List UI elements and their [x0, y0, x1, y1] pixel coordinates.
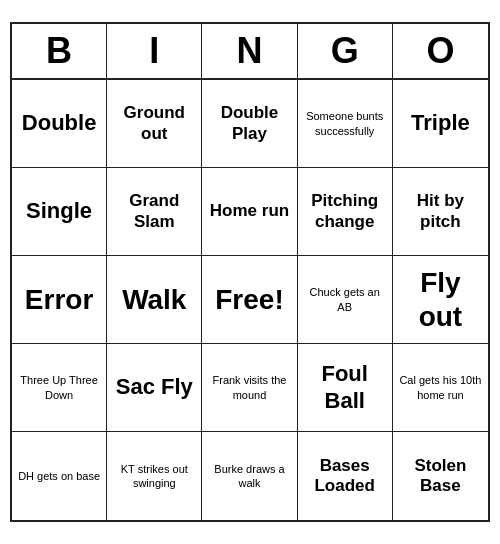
cell-label: Foul Ball — [302, 361, 388, 414]
bingo-cell[interactable]: Grand Slam — [107, 168, 202, 256]
bingo-cell[interactable]: Three Up Three Down — [12, 344, 107, 432]
cell-label: Single — [26, 198, 92, 224]
header-letter: I — [107, 24, 202, 78]
cell-label: Three Up Three Down — [16, 373, 102, 402]
cell-label: Walk — [122, 283, 186, 317]
bingo-cell[interactable]: Someone bunts successfully — [298, 80, 393, 168]
bingo-grid: DoubleGround outDouble PlaySomeone bunts… — [12, 80, 488, 520]
bingo-cell[interactable]: Free! — [202, 256, 297, 344]
cell-label: Double — [22, 110, 97, 136]
bingo-cell[interactable]: Pitching change — [298, 168, 393, 256]
cell-label: Ground out — [111, 103, 197, 144]
cell-label: Frank visits the mound — [206, 373, 292, 402]
bingo-cell[interactable]: Walk — [107, 256, 202, 344]
bingo-cell[interactable]: DH gets on base — [12, 432, 107, 520]
bingo-cell[interactable]: Fly out — [393, 256, 488, 344]
bingo-cell[interactable]: Foul Ball — [298, 344, 393, 432]
bingo-cell[interactable]: Frank visits the mound — [202, 344, 297, 432]
bingo-cell[interactable]: Stolen Base — [393, 432, 488, 520]
bingo-cell[interactable]: Ground out — [107, 80, 202, 168]
cell-label: KT strikes out swinging — [111, 462, 197, 491]
bingo-cell[interactable]: Error — [12, 256, 107, 344]
bingo-cell[interactable]: Chuck gets an AB — [298, 256, 393, 344]
cell-label: Sac Fly — [116, 374, 193, 400]
cell-label: Burke draws a walk — [206, 462, 292, 491]
cell-label: Stolen Base — [397, 456, 484, 497]
header-letter: B — [12, 24, 107, 78]
cell-label: Error — [25, 283, 93, 317]
header-letter: N — [202, 24, 297, 78]
bingo-cell[interactable]: Cal gets his 10th home run — [393, 344, 488, 432]
bingo-cell[interactable]: Double — [12, 80, 107, 168]
cell-label: Grand Slam — [111, 191, 197, 232]
cell-label: Someone bunts successfully — [302, 109, 388, 138]
bingo-header: BINGO — [12, 24, 488, 80]
bingo-cell[interactable]: Triple — [393, 80, 488, 168]
cell-label: DH gets on base — [18, 469, 100, 483]
bingo-cell[interactable]: KT strikes out swinging — [107, 432, 202, 520]
cell-label: Hit by pitch — [397, 191, 484, 232]
bingo-cell[interactable]: Home run — [202, 168, 297, 256]
cell-label: Double Play — [206, 103, 292, 144]
cell-label: Triple — [411, 110, 470, 136]
bingo-card: BINGO DoubleGround outDouble PlaySomeone… — [10, 22, 490, 522]
bingo-cell[interactable]: Hit by pitch — [393, 168, 488, 256]
cell-label: Home run — [210, 201, 289, 221]
cell-label: Free! — [215, 283, 283, 317]
bingo-cell[interactable]: Bases Loaded — [298, 432, 393, 520]
cell-label: Fly out — [397, 266, 484, 333]
header-letter: G — [298, 24, 393, 78]
bingo-cell[interactable]: Single — [12, 168, 107, 256]
cell-label: Pitching change — [302, 191, 388, 232]
cell-label: Chuck gets an AB — [302, 285, 388, 314]
bingo-cell[interactable]: Burke draws a walk — [202, 432, 297, 520]
cell-label: Bases Loaded — [302, 456, 388, 497]
bingo-cell[interactable]: Sac Fly — [107, 344, 202, 432]
cell-label: Cal gets his 10th home run — [397, 373, 484, 402]
bingo-cell[interactable]: Double Play — [202, 80, 297, 168]
header-letter: O — [393, 24, 488, 78]
